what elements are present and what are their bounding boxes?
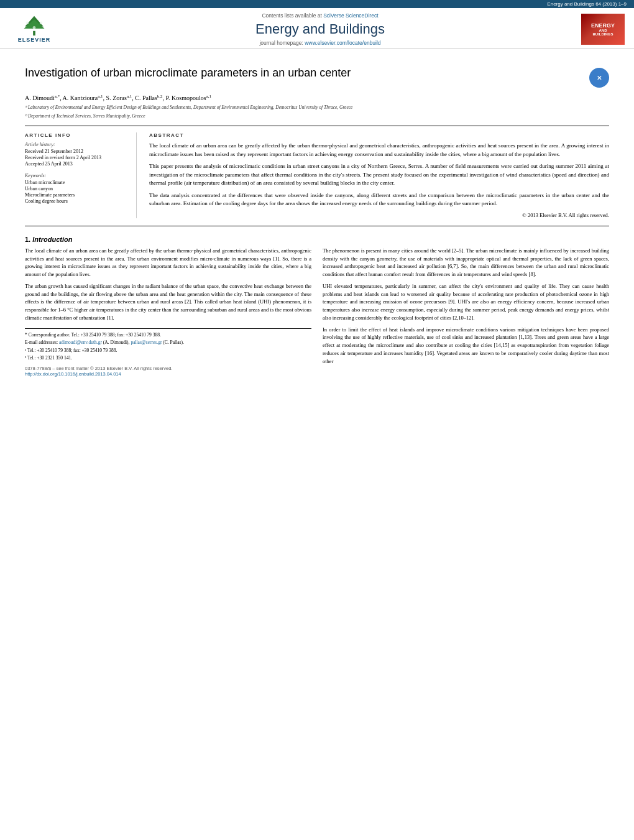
article-info-abstract: ARTICLE INFO Article history: Received 2… [25,132,609,218]
article-info-heading: ARTICLE INFO [25,132,127,138]
abstract-p3: The data analysis concentrated at the di… [149,192,609,208]
body-right-p3: In order to limit the effect of heat isl… [323,326,609,366]
email2-link[interactable]: pallas@serres.gr [131,339,162,345]
abstract-heading: ABSTRACT [149,132,609,138]
divider-2 [25,226,609,226]
elsevier-text: ELSEVIER [18,37,51,43]
keyword-4: Cooling degree hours [25,198,127,204]
journal-header: ELSEVIER Contents lists available at Sci… [0,8,634,49]
journal-title-header: Energy and Buildings [75,21,566,37]
body-left-p1: The local climate of an urban area can b… [25,247,311,279]
keyword-1: Urban microclimate [25,180,127,185]
body-two-col: The local climate of an urban area can b… [25,247,609,377]
journal-homepage-line: journal homepage: www.elsevier.com/locat… [75,40,566,46]
fn-2: ² Tel.: +30 2321 350 141. [25,355,311,362]
keywords-label: Keywords: [25,173,127,178]
eb-logo-line1: ENERGY [591,22,615,29]
top-bar: Energy and Buildings 64 (2013) 1–9 [0,0,634,8]
body-text-left: The local climate of an urban area can b… [25,247,311,322]
revised-date: Received in revised form 2 April 2013 [25,155,127,160]
page-footer: 0378-7788/$ – see front matter © 2013 El… [25,366,311,377]
footnotes: * Corresponding author. Tel.: +30 25410 … [25,328,311,362]
affiliation-a: ᵃ Laboratory of Environmental and Energy… [25,104,609,111]
svg-rect-0 [33,31,35,35]
body-right-col: The phenomenon is present in many cities… [323,247,609,377]
section1-num: 1. [25,236,30,243]
keyword-2: Urban canyon [25,186,127,192]
fn-email: E-mail addresses: adimoudi@env.duth.gr (… [25,339,311,346]
abstract-p1: The local climate of an urban area can b… [149,142,609,159]
history-label: Article history: [25,142,127,147]
copyright-line: © 2013 Elsevier B.V. All rights reserved… [149,212,609,218]
sciverse-link[interactable]: SciVerse ScienceDirect [323,12,378,19]
elsevier-logo: ELSEVIER [6,12,62,46]
svg-point-3 [26,22,29,25]
svg-point-4 [40,22,43,25]
section1-title: Introduction [32,236,72,243]
eb-logo-line3: BUILDINGS [593,32,613,36]
body-right-p1: The phenomenon is present in many cities… [323,247,609,279]
article-title: Investigation of urban microclimate para… [25,67,580,80]
eb-logo: ENERGY AND BUILDINGS [578,12,628,46]
affiliation-b: ᵇ Department of Technical Services, Serr… [25,113,609,120]
divider-1 [25,126,609,126]
sciverse-line: Contents lists available at SciVerse Sci… [75,12,566,19]
accepted-date: Accepted 25 April 2013 [25,161,127,167]
elsevier-tree-icon [16,15,53,37]
homepage-link[interactable]: www.elsevier.com/locate/enbuild [305,40,380,46]
issn-line: 0378-7788/$ – see front matter © 2013 El… [25,366,311,371]
body-left-p2: The urban growth has caused significant … [25,282,311,322]
abstract-p2: This paper presents the analysis of micr… [149,162,609,188]
section1-heading: 1. Introduction [25,236,609,243]
doi-line: http://dx.doi.org/10.1016/j.enbuild.2013… [25,371,311,377]
abstract-col: ABSTRACT The local climate of an urban a… [149,132,609,218]
body-right-p2: UHI elevated temperatures, particularly … [323,282,609,322]
email1-link[interactable]: adimoudi@env.duth.gr [59,339,102,345]
keywords-section: Keywords: Urban microclimate Urban canyo… [25,173,127,204]
article-title-section: Investigation of urban microclimate para… [25,67,609,88]
body-left-col: The local climate of an urban area can b… [25,247,311,377]
body-text-right: The phenomenon is present in many cities… [323,247,609,366]
article-info-col: ARTICLE INFO Article history: Received 2… [25,132,137,218]
svg-point-5 [33,26,36,29]
crossmark-badge[interactable]: ✕ [589,68,609,88]
received-date: Received 21 September 2012 [25,149,127,154]
abstract-text: The local climate of an urban area can b… [149,142,609,208]
doi-link[interactable]: http://dx.doi.org/10.1016/j.enbuild.2013… [25,371,121,377]
crossmark-icon: ✕ [589,68,609,88]
fn-star: * Corresponding author. Tel.: +30 25410 … [25,332,311,339]
journal-center: Contents lists available at SciVerse Sci… [62,12,578,46]
fn-1: ¹ Tel.: +30 25410 79 388; fax: +30 25410… [25,348,311,354]
article-body: 1. Introduction The local climate of an … [25,236,609,377]
authors-line: A. Dimoudia,*, A. Kantziouraa,1, S. Zora… [25,94,609,101]
journal-citation: Energy and Buildings 64 (2013) 1–9 [547,1,627,7]
keyword-3: Microclimate parameters [25,192,127,198]
